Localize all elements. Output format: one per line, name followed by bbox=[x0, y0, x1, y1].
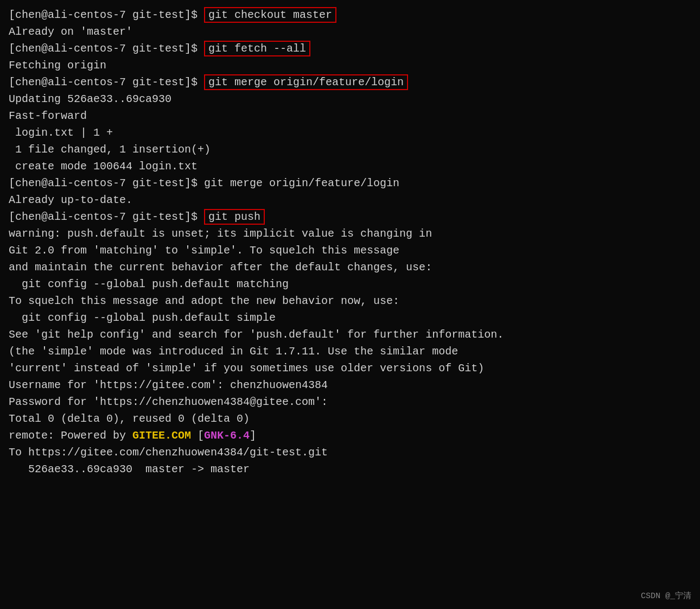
terminal-line: Git 2.0 from 'matching' to 'simple'. To … bbox=[9, 242, 691, 259]
terminal-line: Already on 'master' bbox=[9, 23, 691, 40]
terminal-line: To squelch this message and adopt the ne… bbox=[9, 293, 691, 309]
command-text: git push bbox=[204, 209, 265, 225]
terminal-line: Password for 'https://chenzhuowen4384@gi… bbox=[9, 394, 691, 410]
terminal-line: Username for 'https://gitee.com': chenzh… bbox=[9, 377, 691, 394]
terminal-line: To https://gitee.com/chenzhuowen4384/git… bbox=[9, 444, 691, 461]
terminal-line: remote: Powered by GITEE.COM [GNK-6.4] bbox=[9, 427, 691, 444]
prompt-text: [chen@ali-centos-7 git-test]$ bbox=[9, 42, 204, 55]
bracket-close: ] bbox=[250, 429, 256, 442]
terminal-line: 'current' instead of 'simple' if you som… bbox=[9, 360, 691, 377]
terminal-line: 1 file changed, 1 insertion(+) bbox=[9, 141, 691, 158]
bracket-open: [ bbox=[191, 429, 204, 442]
terminal-line: git config --global push.default simple bbox=[9, 309, 691, 326]
command-text: git merge origin/feature/login bbox=[204, 74, 408, 90]
terminal-line: Already up-to-date. bbox=[9, 192, 691, 208]
prompt-text: [chen@ali-centos-7 git-test]$ bbox=[9, 76, 204, 88]
terminal-line: [chen@ali-centos-7 git-test]$ git merge … bbox=[9, 175, 691, 192]
terminal-line: Fetching origin bbox=[9, 57, 691, 74]
terminal-line: Total 0 (delta 0), reused 0 (delta 0) bbox=[9, 410, 691, 427]
terminal-line: [chen@ali-centos-7 git-test]$ git checko… bbox=[9, 7, 691, 23]
watermark: CSDN @_宁清 bbox=[641, 590, 691, 602]
command-text: git fetch --all bbox=[204, 41, 310, 56]
terminal-line: create mode 100644 login.txt bbox=[9, 158, 691, 175]
gnk-version: GNK-6.4 bbox=[204, 429, 250, 442]
command-text: git checkout master bbox=[204, 7, 336, 23]
prompt-text: [chen@ali-centos-7 git-test]$ bbox=[9, 177, 204, 189]
prompt-text: [chen@ali-centos-7 git-test]$ bbox=[9, 9, 204, 21]
command-text: git merge origin/feature/login bbox=[204, 177, 399, 189]
terminal-line: Fast-forward bbox=[9, 107, 691, 124]
prompt-text: [chen@ali-centos-7 git-test]$ bbox=[9, 211, 204, 223]
terminal-line: login.txt | 1 + bbox=[9, 124, 691, 141]
terminal-line: [chen@ali-centos-7 git-test]$ git merge … bbox=[9, 74, 691, 91]
terminal-line: Updating 526ae33..69ca930 bbox=[9, 91, 691, 107]
terminal-line: [chen@ali-centos-7 git-test]$ git fetch … bbox=[9, 40, 691, 57]
terminal-line: [chen@ali-centos-7 git-test]$ git push bbox=[9, 208, 691, 225]
terminal-line: warning: push.default is unset; its impl… bbox=[9, 225, 691, 242]
terminal-line: git config --global push.default matchin… bbox=[9, 276, 691, 293]
terminal-line: See 'git help config' and search for 'pu… bbox=[9, 326, 691, 343]
terminal-line: and maintain the current behavior after … bbox=[9, 259, 691, 276]
terminal-line: 526ae33..69ca930 master -> master bbox=[9, 461, 691, 478]
remote-prefix: remote: Powered by bbox=[9, 429, 132, 442]
terminal-line: (the 'simple' mode was introduced in Git… bbox=[9, 343, 691, 360]
terminal-window: [chen@ali-centos-7 git-test]$ git checko… bbox=[9, 7, 691, 478]
gitee-brand: GITEE.COM bbox=[132, 429, 191, 442]
